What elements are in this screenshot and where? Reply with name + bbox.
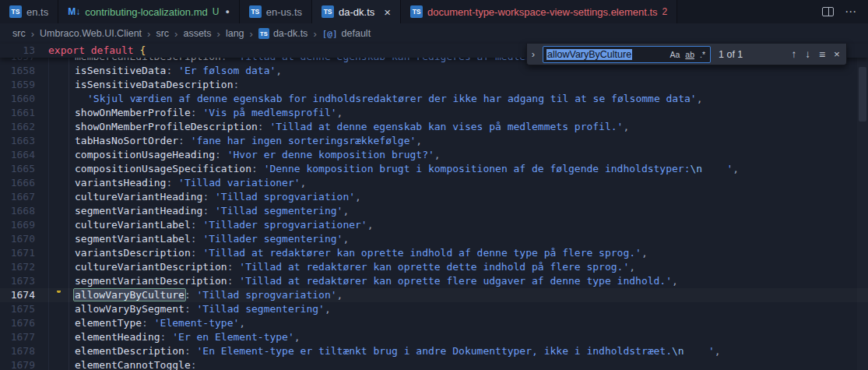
breadcrumb-separator-icon: › [31, 28, 34, 40]
close-icon[interactable]: × [834, 49, 840, 60]
find-match-current: allowVaryByCulture [74, 289, 185, 301]
line-number: 1670 [0, 232, 35, 246]
breadcrumb-label: src [12, 28, 26, 39]
breadcrumb-label: Umbraco.Web.UI.Client [40, 28, 142, 39]
breadcrumb-separator-icon: › [313, 28, 316, 40]
find-result-count: 1 of 1 [719, 49, 743, 60]
tab-label: en-us.ts [266, 6, 302, 18]
code-line[interactable]: 1659isSensitiveDataDescription: [0, 78, 868, 92]
breadcrumb-separator-icon: › [217, 28, 220, 40]
line-number: 1674 [0, 288, 35, 302]
line-number: 13 [0, 44, 35, 58]
next-match-icon[interactable]: ↓ [805, 49, 810, 60]
code-line[interactable]: 1675allowVaryBySegment: 'Tillad segmente… [0, 302, 868, 316]
code-line[interactable]: 1665compositionUsageSpecification: 'Denn… [0, 162, 868, 176]
line-number: 1658 [0, 64, 35, 78]
tab-label: da-dk.ts [339, 6, 374, 18]
code-line[interactable]: 1669cultureVariantLabel: 'Tillader sprog… [0, 218, 868, 232]
tabbar-actions: ⋯ [811, 0, 868, 23]
code-line[interactable]: 1671variantsDescription: 'Tillad at reda… [0, 246, 868, 260]
code-line[interactable]: 1679elementCannotToggle: [0, 358, 868, 370]
code-line[interactable]: 1664compositionUsageHeading: 'Hvor er de… [0, 148, 868, 162]
line-number: 1664 [0, 148, 35, 162]
line-number: 1679 [0, 358, 35, 370]
line-number: 1657 [0, 58, 35, 64]
code-line[interactable]: 1660'Skjul værdien af denne egenskab for… [0, 92, 868, 106]
line-number: 1662 [0, 120, 35, 134]
md-file-icon: M↓ [68, 6, 80, 17]
breadcrumb: src›Umbraco.Web.UI.Client›src›assets›lan… [0, 23, 868, 44]
line-number: 1663 [0, 134, 35, 148]
find-widget: › allowVaryByCulture Aaab.* 1 of 1 ↑↓≡× [526, 44, 847, 65]
code-line[interactable]: 1670segmentVariantLabel: 'Tillader segme… [0, 232, 868, 246]
close-icon[interactable]: × [384, 6, 391, 18]
breadcrumb-item-Umbraco.Web.UI.Client[interactable]: Umbraco.Web.UI.Client [40, 28, 142, 39]
tab-da-dk.ts[interactable]: TSda-dk.ts× [312, 0, 401, 23]
ts-file-icon: TS [410, 5, 423, 18]
breadcrumb-separator-icon: › [250, 28, 253, 40]
tab-badge: U [213, 6, 220, 17]
code-line[interactable]: 1667cultureVariantHeading: 'Tillad sprog… [0, 190, 868, 204]
code-line[interactable]: 1661showOnMemberProfile: 'Vis på medlems… [0, 106, 868, 120]
code-line[interactable]: 1678elementDescription: 'En Element-type… [0, 344, 868, 358]
line-number: 1676 [0, 316, 35, 330]
lightbulb-icon[interactable] [54, 291, 64, 301]
breadcrumb-separator-icon: › [174, 28, 177, 40]
code-line[interactable]: 1658isSensitiveData: 'Er følsom data', [0, 64, 868, 78]
previous-match-icon[interactable]: ↑ [791, 49, 796, 60]
breadcrumb-item-assets[interactable]: assets [183, 28, 211, 39]
scrollbar-thumb[interactable] [859, 67, 866, 122]
breadcrumb-item-da-dk.ts[interactable]: TSda-dk.ts [258, 28, 307, 39]
modified-dot-icon: ● [225, 8, 229, 16]
split-editor-icon[interactable] [822, 7, 834, 16]
code-line[interactable]: 1666variantsHeading: 'Tillad variationer… [0, 176, 868, 190]
line-number: 1671 [0, 246, 35, 260]
find-in-selection-icon[interactable]: ≡ [819, 49, 825, 60]
more-actions-icon[interactable]: ⋯ [845, 5, 857, 19]
tab-contributing-localization.md[interactable]: M↓contributing-localization.mdU● [58, 0, 240, 23]
code-line[interactable]: 1676elementType: 'Element-type', [0, 316, 868, 330]
scrollbar[interactable] [857, 44, 868, 370]
breadcrumb-item-default[interactable]: [@]default [322, 28, 371, 39]
line-number: 1669 [0, 218, 35, 232]
ts-file-icon: TS [258, 28, 269, 39]
line-number: 1672 [0, 260, 35, 274]
symbol-object-icon: [@] [322, 29, 338, 39]
find-input[interactable]: allowVaryByCulture Aaab.* [543, 46, 711, 63]
find-query-selected-text: allowVaryByCulture [546, 49, 632, 60]
breadcrumb-label: da-dk.ts [273, 28, 307, 39]
line-number: 1678 [0, 344, 35, 358]
code-line[interactable]: 1668segmentVariantHeading: 'Tillad segme… [0, 204, 868, 218]
code-line[interactable]: 1672cultureVariantDescription: 'Tillad a… [0, 260, 868, 274]
line-number: 1675 [0, 302, 35, 316]
breadcrumb-item-src[interactable]: src [156, 28, 169, 39]
breadcrumb-label: lang [226, 28, 244, 39]
code-line[interactable]: 1674allowVaryByCulture: 'Tillad sprogvar… [0, 288, 868, 302]
whole-word-icon[interactable]: ab [684, 49, 696, 60]
breadcrumb-item-lang[interactable]: lang [226, 28, 244, 39]
toggle-replace-chevron-icon[interactable]: › [529, 48, 538, 60]
line-number: 1666 [0, 176, 35, 190]
editor-tab-bar: TSen.tsM↓contributing-localization.mdU●T… [0, 0, 868, 23]
code-line[interactable]: 1663tabHasNoSortOrder: 'fane har ingen s… [0, 134, 868, 148]
tab-document-type-workspace-view-settings.element.ts[interactable]: TSdocument-type-workspace-view-settings.… [401, 0, 677, 23]
code-line[interactable]: 1662showOnMemberProfileDescription: 'Til… [0, 120, 868, 134]
line-number: 1659 [0, 78, 35, 92]
code-line[interactable]: 1677elementHeading: 'Er en Element-type'… [0, 330, 868, 344]
tab-en-us.ts[interactable]: TSen-us.ts [240, 0, 312, 23]
line-number: 1665 [0, 162, 35, 176]
code-editor[interactable]: 1657memberCanEditDescription: 'Tillad at… [0, 44, 868, 370]
line-number: 1673 [0, 274, 35, 288]
tab-en.ts[interactable]: TSen.ts [0, 0, 58, 23]
tab-label: document-type-workspace-view-settings.el… [427, 6, 658, 18]
breadcrumb-item-src[interactable]: src [12, 28, 26, 39]
line-number: 1667 [0, 190, 35, 204]
tab-badge: 2 [662, 6, 668, 17]
match-case-icon[interactable]: Aa [668, 49, 681, 60]
code-line[interactable]: 1673segmentVariantDescription: 'Tillad a… [0, 274, 868, 288]
line-number: 1660 [0, 92, 35, 106]
line-number: 1668 [0, 204, 35, 218]
breadcrumb-label: default [342, 28, 371, 39]
tab-label: en.ts [26, 6, 48, 18]
regex-icon[interactable]: .* [698, 49, 707, 60]
